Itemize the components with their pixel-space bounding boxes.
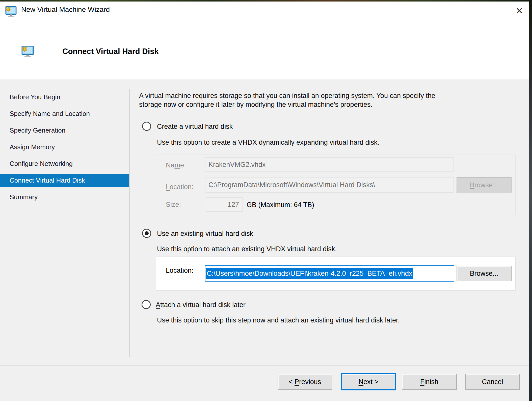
create-disk-panel: Name: KrakenVMG2.vhdx Location: C:\Progr…	[156, 155, 516, 215]
browse-button[interactable]: Browse...	[457, 266, 512, 281]
sidebar-item-assign-memory[interactable]: Assign Memory	[0, 140, 129, 154]
create-disk-radio[interactable]	[142, 122, 151, 131]
hyperv-vm-wizard-icon	[5, 6, 17, 18]
sidebar-item-specify-name-location[interactable]: Specify Name and Location	[0, 107, 129, 120]
create-disk-description: Use this option to create a VHDX dynamic…	[157, 139, 379, 146]
selected-path-text: C:\Users\hmoe\Downloads\UEFI\kraken-4.2.…	[206, 268, 413, 279]
cancel-button[interactable]: Cancel	[465, 374, 520, 390]
sidebar-item-connect-virtual-hard-disk[interactable]: Connect Virtual Hard Disk	[0, 174, 129, 187]
sidebar-item-before-you-begin[interactable]: Before You Begin	[0, 90, 129, 104]
location-input[interactable]: C:\Users\hmoe\Downloads\UEFI\kraken-4.2.…	[205, 265, 454, 282]
existing-disk-radio[interactable]	[142, 229, 151, 238]
wizard-steps-sidebar: Before You Begin Specify Name and Locati…	[0, 90, 129, 207]
size-suffix: GB (Maximum: 64 TB)	[247, 201, 314, 209]
attach-later-radio[interactable]	[142, 300, 151, 309]
create-disk-radio-label[interactable]: Create a virtual hard disk	[157, 123, 233, 131]
page-title: Connect Virtual Hard Disk	[62, 47, 159, 56]
size-field: 127	[206, 197, 243, 212]
previous-button[interactable]: < Previous	[278, 374, 332, 390]
desktop-background-strip-right	[529, 0, 532, 401]
close-icon[interactable]: ×	[512, 4, 526, 18]
attach-later-radio-label[interactable]: Attach a virtual hard disk later	[156, 301, 246, 309]
finish-button[interactable]: Finish	[402, 374, 457, 390]
existing-disk-panel: Location: C:\Users\hmoe\Downloads\UEFI\k…	[156, 257, 516, 291]
attach-later-description: Use this option to skip this step now an…	[157, 316, 400, 324]
name-label: Name:	[166, 161, 186, 169]
existing-disk-radio-label[interactable]: Use an existing virtual hard disk	[157, 230, 253, 238]
intro-text: A virtual machine requires storage so th…	[139, 91, 518, 109]
location-field-disabled: C:\ProgramData\Microsoft\Windows\Virtual…	[205, 177, 454, 193]
location-label-disabled: Location:	[166, 183, 194, 191]
name-field: KrakenVMG2.vhdx	[205, 157, 454, 172]
location-label: Location:	[166, 267, 194, 274]
sidebar-divider	[129, 89, 130, 357]
size-label: Size:	[166, 201, 181, 209]
footer-divider	[0, 365, 529, 366]
window-title: New Virtual Machine Wizard	[21, 6, 110, 14]
sidebar-item-summary[interactable]: Summary	[0, 190, 129, 204]
sidebar-item-specify-generation[interactable]: Specify Generation	[0, 124, 129, 137]
next-button[interactable]: Next >	[341, 373, 396, 390]
existing-disk-description: Use this option to attach an existing VH…	[157, 245, 337, 253]
step-monitor-icon	[21, 45, 34, 58]
browse-button-disabled: Browse...	[457, 177, 512, 193]
sidebar-item-configure-networking[interactable]: Configure Networking	[0, 157, 129, 170]
